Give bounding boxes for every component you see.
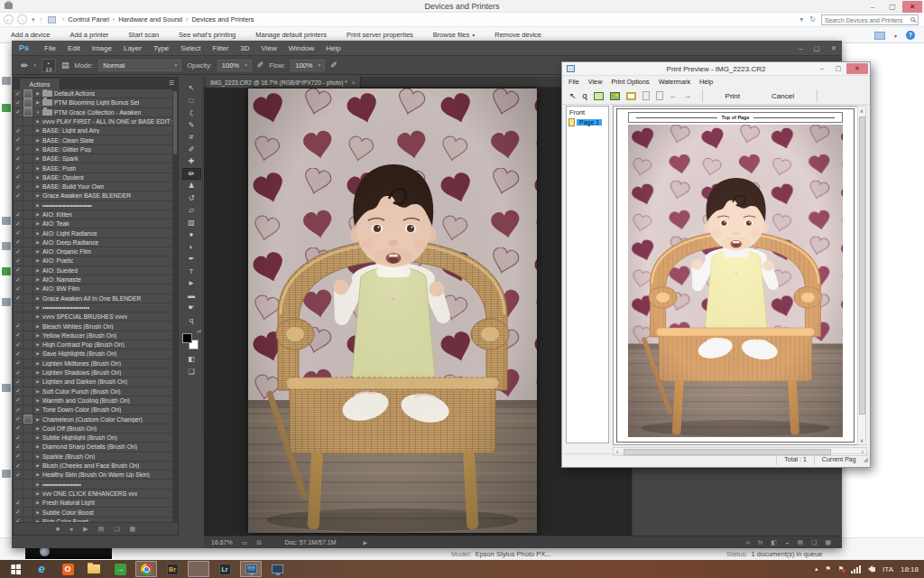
include-checkbox[interactable] — [14, 489, 23, 498]
include-checkbox[interactable]: ✓ — [14, 461, 23, 471]
partial-device-icon[interactable] — [2, 298, 11, 306]
menu-type[interactable]: Type — [153, 44, 169, 52]
modal-toggle[interactable] — [23, 303, 33, 312]
foreground-color-swatch[interactable] — [182, 333, 192, 343]
select-tool-icon[interactable]: ↖ — [569, 91, 577, 100]
fit-page-icon[interactable] — [594, 92, 604, 100]
network-icon[interactable] — [851, 565, 861, 573]
include-checkbox[interactable]: ✓ — [14, 256, 23, 266]
shape-tool[interactable]: ▬ — [182, 290, 201, 303]
modal-toggle[interactable] — [23, 434, 33, 443]
menu-layer[interactable]: Layer — [124, 44, 142, 52]
hand-tool[interactable]: ☛ — [182, 302, 201, 314]
brush-size-box[interactable]: •13 — [42, 59, 56, 72]
forward-button[interactable]: → — [17, 14, 27, 24]
page-border-icon[interactable] — [626, 92, 636, 100]
include-checkbox[interactable] — [14, 200, 23, 210]
action-row[interactable]: ▶ vvvv PLAY FIRST - ALL IN ONE or BASE E… — [14, 117, 174, 126]
expand-arrow-icon[interactable]: ▶ — [33, 231, 42, 236]
modal-toggle[interactable] — [23, 126, 33, 135]
action-row[interactable]: ✓ ▶ High Contrast Pop (Brush On) — [14, 340, 174, 350]
cancel-button[interactable]: Cancel — [759, 92, 807, 100]
action-row[interactable]: ✓ ▶ Tone Down Color (Brush On) — [14, 406, 174, 415]
toolbar-command[interactable]: Start scan ▾ — [128, 31, 159, 39]
refresh-icon[interactable]: ↻ — [809, 15, 816, 23]
vscroll-thumb[interactable] — [859, 117, 865, 415]
modal-toggle[interactable] — [23, 508, 33, 517]
include-checkbox[interactable]: ✓ — [14, 172, 23, 182]
expand-arrow-icon[interactable]: ▶ — [33, 212, 42, 217]
include-checkbox[interactable]: ✓ — [14, 499, 23, 508]
action-row[interactable]: ▶ vvv ONE CLICK ENHANCERS vvv — [14, 489, 174, 499]
pp-menu-view[interactable]: View — [588, 78, 603, 86]
resize-grip-icon[interactable]: ◢ — [864, 456, 870, 463]
include-checkbox[interactable]: ✓ — [14, 415, 23, 424]
new-action-button[interactable]: ❏ — [114, 526, 119, 533]
action-row[interactable]: ✓ ▶ AIO: Deep Radiance — [14, 238, 174, 247]
include-checkbox[interactable]: ✓ — [14, 228, 23, 238]
action-row[interactable]: ✓ ▶ Sparkle (Brush On) — [14, 452, 174, 461]
delete-button[interactable]: ▦ — [130, 526, 136, 533]
expand-arrow-icon[interactable]: ▶ — [33, 156, 42, 161]
action-row[interactable]: ✓ ▶ Warmth and Cooling (Brush On) — [14, 396, 174, 406]
include-checkbox[interactable]: ✓ — [14, 294, 23, 303]
partial-device-icon[interactable] — [2, 77, 11, 85]
action-row[interactable]: ✓ ▶ Diamond Sharp Details (Brush On) — [14, 443, 174, 452]
action-row[interactable]: ▶ vvvv SPECIAL BRUSHES vvvv — [14, 312, 174, 322]
up-button[interactable]: ↑ — [40, 16, 43, 23]
action-row[interactable]: ✓ ▶ AIO: Teak — [14, 219, 174, 228]
action-row[interactable]: ✓ ▶ Lighten Shadows (Brush On) — [14, 368, 174, 378]
breadcrumb-item[interactable]: Devices and Printers — [189, 15, 255, 23]
clone-stamp-tool[interactable]: ♟ — [182, 180, 201, 192]
panel-menu-icon[interactable]: ☰ — [169, 79, 174, 87]
menu-edit[interactable]: Edit — [68, 44, 80, 52]
tab-close-icon[interactable]: × — [352, 79, 356, 86]
expand-arrow-icon[interactable]: ▶ — [33, 249, 42, 254]
taskbar-internet-explorer[interactable]: e — [31, 561, 52, 577]
action-row[interactable]: ✓ ▶ Chameleon (Custom Color Changer) — [14, 415, 174, 424]
modal-toggle[interactable] — [23, 350, 33, 359]
flow-select[interactable]: 100% ▾ — [291, 60, 325, 71]
modal-toggle[interactable] — [23, 480, 33, 489]
modal-toggle[interactable] — [23, 359, 33, 368]
quick-selection-tool[interactable]: ✎ — [182, 119, 201, 132]
blur-tool[interactable]: ● — [182, 228, 201, 241]
gradient-tool[interactable]: ▧ — [182, 217, 201, 229]
type-tool[interactable]: T — [182, 266, 201, 278]
action-row[interactable]: ✓ ▶ Lighten Midtones (Brush On) — [14, 359, 174, 368]
include-checkbox[interactable]: ✓ — [14, 322, 23, 331]
expand-arrow-icon[interactable]: ▶ — [33, 398, 42, 403]
expand-arrow-icon[interactable]: ▶ — [33, 407, 42, 412]
eraser-tool[interactable]: ▱ — [182, 204, 201, 217]
include-checkbox[interactable]: ✓ — [14, 508, 23, 517]
expand-arrow-icon[interactable]: ▶ — [33, 203, 42, 208]
ps-maximize-button[interactable]: ▢ — [814, 44, 820, 52]
modal-toggle[interactable] — [23, 443, 33, 452]
include-checkbox[interactable]: ✓ — [14, 210, 23, 219]
expand-arrow-icon[interactable]: ▶ — [33, 463, 42, 468]
minimize-button[interactable]: – — [863, 1, 882, 13]
breadcrumb-item[interactable]: Control Panel — [66, 15, 110, 23]
pp-menu-help[interactable]: Help — [699, 78, 713, 86]
modal-toggle[interactable] — [23, 461, 33, 471]
recent-pages-icon[interactable]: ▾ — [32, 16, 35, 23]
menu-filter[interactable]: Filter — [213, 44, 229, 52]
language-indicator[interactable]: ITA — [882, 565, 893, 573]
partial-device-icon[interactable] — [2, 217, 11, 225]
modal-toggle[interactable] — [23, 322, 33, 331]
include-checkbox[interactable]: ✓ — [14, 135, 23, 144]
modal-toggle[interactable] — [23, 415, 33, 424]
expand-arrow-icon[interactable]: ▶ — [33, 119, 42, 124]
include-checkbox[interactable]: ✓ — [14, 368, 23, 378]
pen-tool[interactable]: ✒ — [182, 253, 201, 266]
zoom-tool[interactable]: ɋ — [182, 314, 201, 327]
toolbar-command[interactable]: Add a printer ▾ — [69, 31, 108, 39]
expand-arrow-icon[interactable]: ▶ — [33, 472, 42, 477]
modal-toggle[interactable] — [23, 135, 33, 144]
search-box[interactable] — [821, 14, 919, 25]
action-row[interactable]: ✓ ▶ Subtle Color Boost — [14, 508, 174, 517]
search-input[interactable] — [822, 15, 905, 24]
menu-window[interactable]: Window — [289, 44, 314, 52]
toolbar-command[interactable]: See what's printing ▾ — [179, 31, 236, 39]
modal-toggle[interactable] — [23, 340, 33, 350]
